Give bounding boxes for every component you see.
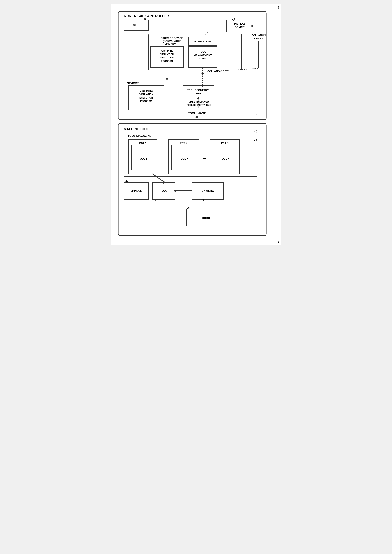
- ref-1: 1: [278, 6, 280, 10]
- display-ref: 13: [232, 17, 235, 20]
- measurement-line2: TOOL GEOMETRY/SIZE: [187, 104, 211, 106]
- mpu-ref: 10: [144, 18, 147, 21]
- mem-machining-sim-line3: EXECUTION: [140, 96, 153, 99]
- page: 1 NUMERICAL CONTROLLER MPU 10 DISPLAY DE…: [111, 4, 281, 245]
- svg-rect-12: [189, 47, 217, 67]
- tool-mgmt-line3: DATA: [199, 57, 206, 60]
- tool-geo-line1: TOOL GEOMETRY/: [187, 89, 210, 92]
- machining-sim-line3: EXECUTION: [160, 56, 174, 59]
- mem-machining-sim-line4: PROGRAM: [140, 100, 152, 102]
- machining-sim-line4: PROGRAM: [161, 60, 173, 63]
- display-label-line1: DISPLAY: [234, 22, 245, 25]
- measurement-line1: MEASUREMENT OF: [189, 101, 209, 103]
- machining-sim-line2: SIMULATION: [160, 53, 174, 56]
- potn-label: POT N: [221, 142, 229, 144]
- tool-mgmt-line2: MANAGEMENT: [194, 54, 212, 57]
- display-label-line2: DEVICE: [235, 26, 245, 29]
- spindle-label: SPINDLE: [131, 189, 142, 192]
- storage-title-line1: STORAGE DEVICE: [161, 37, 183, 40]
- mem-machining-sim-line2: SIMULATION: [139, 93, 153, 96]
- camera-label: CAMERA: [202, 189, 214, 192]
- tool-image-label: TOOL IMAGE: [188, 111, 206, 115]
- pot1-label: POT 1: [139, 142, 147, 144]
- storage-ref: 12: [205, 31, 208, 34]
- mem-machining-sim-line1: MACHINING: [140, 90, 153, 92]
- storage-title-line3: MEMORY): [165, 43, 176, 46]
- tooln-label: TOOL N: [220, 157, 230, 160]
- camera-ref: 24: [201, 199, 204, 201]
- machine-tool-label: MACHINE TOOL: [124, 127, 149, 131]
- tool1-label: TOOL 1: [139, 157, 147, 160]
- storage-title-line2: (NONVOLATILE: [163, 40, 181, 43]
- collation-label: COLLATION: [207, 70, 222, 73]
- nc-program-label: NC PROGRAM: [194, 40, 211, 43]
- dots-1: ...: [159, 155, 163, 159]
- tool-magazine-label: TOOL MAGAZINE: [128, 134, 151, 137]
- magazine-ref: 22: [254, 130, 257, 132]
- tool-small-ref: 21: [153, 199, 156, 202]
- robot-label: ROBOT: [202, 216, 212, 220]
- tool-mgmt-line1: TOOL: [199, 50, 206, 53]
- memory-label: MEMORY: [127, 82, 139, 85]
- collation-result-line2: RESULT: [254, 37, 263, 40]
- machining-sim-line1: MACHINING: [160, 50, 173, 52]
- robot-ref: 25: [187, 206, 189, 209]
- dots-2: ...: [203, 155, 206, 159]
- magazine-inner-ref: 23: [254, 138, 257, 141]
- potx-label: POT X: [180, 142, 187, 144]
- mpu-label: MPU: [133, 23, 140, 27]
- spindle-ref: 20: [126, 179, 128, 182]
- tool-geo-line2: SIZE: [196, 92, 201, 95]
- toolx-label: TOOL X: [179, 157, 188, 160]
- collation-result-line1: COLLATION: [252, 34, 266, 37]
- tool-small-label: TOOL: [160, 189, 168, 192]
- nc-label: NUMERICAL CONTROLLER: [124, 14, 169, 18]
- memory-ref: 11: [254, 78, 257, 80]
- ref-2: 2: [278, 239, 280, 244]
- main-diagram: NUMERICAL CONTROLLER MPU 10 DISPLAY DEVI…: [114, 7, 278, 239]
